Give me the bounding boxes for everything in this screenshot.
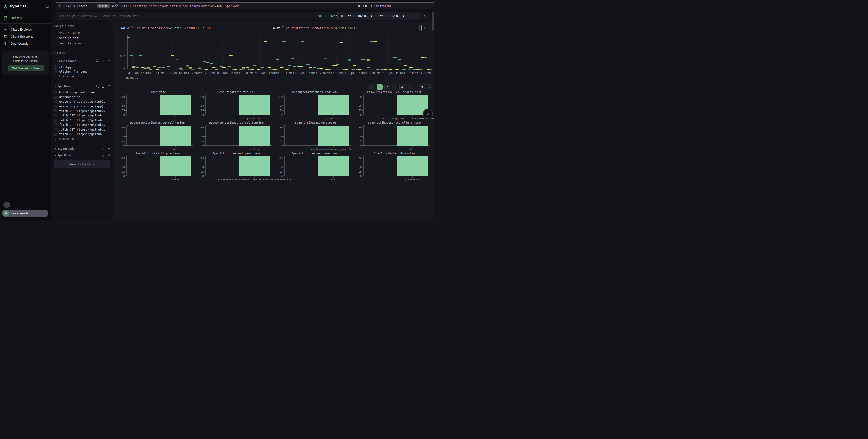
sidebar-collapse-icon[interactable] — [45, 4, 49, 8]
load-more-link[interactable]: Load more — [54, 75, 110, 79]
bar-chart[interactable]: 02550100 — [276, 155, 355, 178]
pin-icon[interactable] — [107, 59, 110, 62]
chevron-down-icon[interactable] — [54, 59, 57, 62]
checkbox[interactable] — [54, 133, 57, 136]
bar-chart[interactable]: 02550100 — [355, 155, 434, 178]
checkbox[interactable] — [54, 109, 57, 113]
svg-text:5:30am: 5:30am — [154, 71, 164, 75]
delta-scatter-plot[interactable]: 4:30am5:00am5:30am6:00am6:30am7:00am7:30… — [120, 34, 434, 82]
user-menu[interactable]: U Local mode — [2, 209, 48, 217]
count-expression-input[interactable]: Count ⓘ countDistinct(SpanAttributes['us… — [269, 25, 420, 31]
filter-checkbox-item[interactable]: fetch GET https://github.… — [54, 127, 110, 131]
checkbox[interactable] — [54, 100, 57, 103]
bar-chart[interactable]: 02550100 — [118, 125, 197, 147]
chevron-right-icon[interactable] — [54, 147, 57, 150]
value-expression-input[interactable]: Value ⓘ (countIf(StatusCode='Error')/cou… — [118, 25, 267, 31]
show-more-link[interactable]: Show more — [54, 137, 110, 141]
checkbox[interactable] — [54, 91, 57, 94]
sidebar-item-chart-explorer[interactable]: Chart Explorer — [0, 26, 52, 33]
bar-chart[interactable]: 02550100 — [118, 94, 197, 117]
checkbox[interactable] — [54, 65, 57, 68]
checkbox[interactable] — [54, 70, 57, 73]
filter-checkbox-item[interactable]: fetch GET https://github.… — [54, 113, 110, 118]
filter-group-SpanKind[interactable]: SpanKind — [54, 153, 110, 158]
svg-text:6:30am: 6:30am — [179, 71, 189, 75]
chevron-right-icon[interactable] — [54, 154, 57, 157]
select-clause-input[interactable]: SELECT Timestamp, ServiceName, StatusCod… — [118, 2, 359, 9]
chart-icon[interactable] — [101, 59, 104, 62]
filter-items: build component treedependenciesexecutin… — [54, 90, 110, 137]
filter-checkbox-item[interactable]: clickpy-frontend — [54, 69, 110, 74]
analysis-mode-event-deltas[interactable]: Event Deltas — [54, 35, 110, 41]
analysis-mode-event-patterns[interactable]: Event Patterns — [54, 41, 110, 46]
bar-chart[interactable]: 02550100 — [355, 94, 434, 117]
chevron-down-icon[interactable] — [54, 85, 57, 88]
bar-chart[interactable]: 02550100 — [118, 155, 197, 178]
info-icon[interactable]: ⓘ — [131, 26, 134, 30]
filter-group-SpanName[interactable]: SpanName — [54, 84, 110, 89]
get-started-button[interactable]: Get Started for Free — [8, 65, 44, 71]
pagination-page-5[interactable]: 5 — [407, 84, 412, 90]
chart-title: TraceState — [118, 90, 197, 94]
search-input[interactable]: Search your events w/ Lucene ex. column:… — [56, 12, 343, 20]
pagination-page-2[interactable]: 2 — [384, 84, 390, 90]
search-icon[interactable] — [96, 85, 99, 88]
pagination-page-9[interactable]: 9 — [419, 84, 425, 90]
checkbox[interactable] — [54, 119, 57, 122]
bar-chart[interactable]: 02550100 — [276, 125, 355, 147]
filter-checkbox-item[interactable]: executing api route (app)… — [54, 104, 110, 109]
bar-chart[interactable]: 02550100 — [276, 94, 355, 117]
svg-text:25: 25 — [280, 109, 283, 112]
filter-checkbox-item[interactable]: clickpy — [54, 65, 110, 69]
checkbox[interactable] — [54, 114, 57, 117]
pagination-next-button[interactable]: › — [427, 84, 432, 90]
sql-toggle-option[interactable]: SQL — [317, 14, 322, 18]
svg-text:25: 25 — [201, 140, 204, 142]
svg-text:2:30pm: 2:30pm — [382, 71, 393, 75]
svg-text:0: 0 — [360, 144, 362, 147]
pin-icon[interactable] — [107, 85, 110, 88]
checkbox[interactable] — [54, 95, 57, 99]
checkbox[interactable] — [54, 105, 57, 108]
pagination-page-3[interactable]: 3 — [392, 84, 398, 90]
date-range-picker[interactable]: Oct 10 04:16:14 - Oct 10 16:16:14 — [337, 12, 424, 20]
source-selector[interactable]: ClickPy Traces Schema — [56, 2, 116, 9]
filter-checkbox-item[interactable]: dependencies — [54, 95, 110, 99]
gear-icon[interactable]: ⚙ — [115, 3, 118, 7]
pin-icon[interactable] — [107, 154, 110, 157]
bar-chart[interactable]: 02550100 — [197, 155, 276, 178]
chart-icon[interactable] — [101, 85, 104, 88]
filter-group-ServiceName[interactable]: ServiceName — [54, 59, 110, 63]
checkbox[interactable] — [54, 123, 57, 126]
filter-checkbox-item[interactable]: fetch GET https://github.… — [54, 131, 110, 136]
analysis-mode-results-table[interactable]: Results Table — [54, 30, 110, 35]
filter-checkbox-item[interactable]: build component tree — [54, 90, 110, 95]
pin-icon[interactable] — [107, 147, 110, 150]
metrics-run-button[interactable]: ▷ — [421, 25, 429, 31]
orderby-clause-input[interactable]: ORDER BY Timestamp DESC — [355, 2, 434, 9]
filter-checkbox-item[interactable]: fetch GET https://github.… — [54, 123, 110, 127]
checkbox[interactable] — [54, 128, 57, 131]
sidebar-item-client-sessions[interactable]: Client Sessions — [0, 33, 52, 40]
filter-checkbox-item[interactable]: fetch GET https://github.… — [54, 109, 110, 113]
search-icon[interactable] — [96, 59, 99, 62]
bar-chart[interactable]: 02550100 — [355, 125, 434, 147]
scrollbar-thumb[interactable] — [432, 11, 434, 31]
more-filters-button[interactable]: More filters — [54, 160, 110, 168]
sidebar-item-search[interactable]: Search — [0, 15, 52, 21]
bar-chart[interactable]: 02550100 — [197, 94, 276, 117]
chart-icon[interactable] — [101, 147, 104, 150]
filter-group-StatusCode[interactable]: StatusCode — [54, 146, 110, 151]
search-run-button[interactable]: ▷ — [420, 12, 430, 20]
help-button[interactable]: ? — [3, 202, 10, 208]
bar-chart[interactable]: 02550100 — [197, 125, 276, 147]
sidebar-item-dashboards[interactable]: Dashboards — [0, 40, 52, 47]
chart-icon[interactable] — [101, 154, 104, 157]
filter-checkbox-item[interactable]: executing api route (app)… — [54, 99, 110, 104]
pagination-page-4[interactable]: 4 — [399, 84, 405, 90]
pagination-page-1[interactable]: 1 — [377, 84, 382, 90]
filter-toggle-fab[interactable] — [423, 109, 433, 119]
filter-checkbox-item[interactable]: fetch GET https://github.… — [54, 118, 110, 122]
pagination-prev-button[interactable]: ‹ — [369, 84, 375, 90]
info-icon[interactable]: ⓘ — [282, 26, 284, 30]
